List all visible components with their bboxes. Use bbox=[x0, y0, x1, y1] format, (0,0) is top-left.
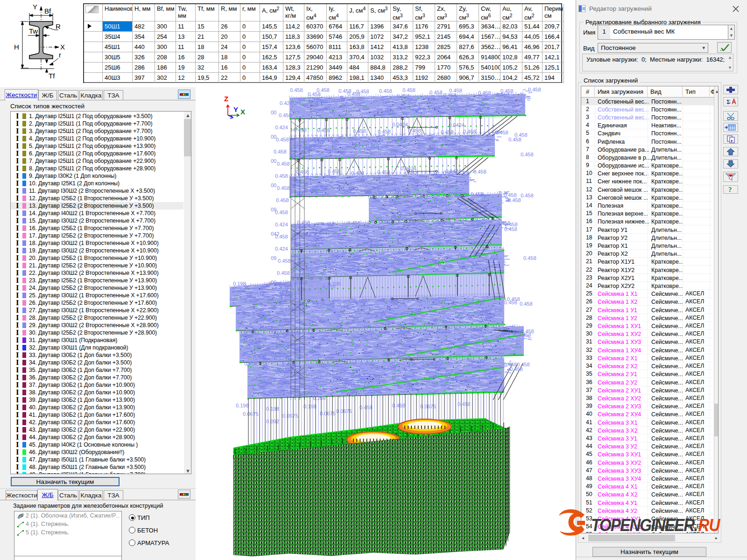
svg-text:0.458: 0.458 bbox=[479, 207, 492, 213]
svg-text:0.458: 0.458 bbox=[308, 91, 321, 97]
svg-text:0.458: 0.458 bbox=[489, 307, 502, 313]
svg-text:09: 09 bbox=[271, 377, 276, 382]
svg-text:R: R bbox=[56, 22, 61, 30]
svg-text:00: 00 bbox=[271, 110, 276, 115]
svg-text:0.458: 0.458 bbox=[379, 88, 392, 94]
svg-text:0.198: 0.198 bbox=[233, 281, 246, 287]
svg-text:Y: Y bbox=[233, 105, 238, 113]
svg-text:0.424: 0.424 bbox=[277, 367, 290, 373]
svg-text:0.0675: 0.0675 bbox=[320, 411, 336, 416]
svg-text:0.458: 0.458 bbox=[378, 187, 391, 193]
svg-text:0.458: 0.458 bbox=[441, 129, 454, 135]
svg-text:0.458: 0.458 bbox=[401, 232, 414, 238]
svg-text:0.458: 0.458 bbox=[262, 389, 275, 395]
svg-text:0.458: 0.458 bbox=[276, 137, 289, 142]
svg-text:0.0424: 0.0424 bbox=[401, 166, 416, 171]
svg-text:0.458: 0.458 bbox=[322, 221, 335, 227]
svg-text:00: 00 bbox=[271, 182, 276, 188]
svg-text:0.458: 0.458 bbox=[244, 298, 257, 304]
svg-text:0.458: 0.458 bbox=[310, 100, 323, 106]
svg-text:0.0424: 0.0424 bbox=[392, 122, 408, 127]
svg-text:0.458: 0.458 bbox=[507, 102, 520, 108]
svg-text:0.458: 0.458 bbox=[521, 193, 534, 198]
svg-text:0.458: 0.458 bbox=[351, 170, 364, 176]
svg-text:0.458: 0.458 bbox=[297, 220, 310, 225]
svg-text:0.458: 0.458 bbox=[317, 363, 330, 369]
svg-text:0.458: 0.458 bbox=[275, 210, 288, 215]
svg-text:0.0675: 0.0675 bbox=[420, 404, 436, 409]
svg-text:0.458: 0.458 bbox=[360, 361, 373, 366]
svg-text:0.108: 0.108 bbox=[313, 395, 326, 401]
svg-text:0.458: 0.458 bbox=[312, 299, 325, 305]
svg-text:0.458: 0.458 bbox=[471, 191, 484, 197]
svg-text:0.458: 0.458 bbox=[528, 87, 541, 92]
svg-text:0.458: 0.458 bbox=[471, 222, 484, 227]
svg-text:?: ? bbox=[728, 186, 732, 193]
svg-text:0.458: 0.458 bbox=[253, 354, 266, 359]
svg-text:0.458: 0.458 bbox=[317, 127, 330, 133]
svg-text:0.458: 0.458 bbox=[382, 365, 395, 371]
svg-text:0.458: 0.458 bbox=[299, 143, 312, 149]
svg-text:0.458: 0.458 bbox=[430, 90, 443, 95]
svg-text:0.424: 0.424 bbox=[275, 222, 288, 227]
svg-text:0.458: 0.458 bbox=[510, 366, 523, 372]
svg-text:0.424: 0.424 bbox=[275, 246, 288, 252]
svg-text:0.458: 0.458 bbox=[398, 330, 411, 336]
svg-text:0.458: 0.458 bbox=[370, 314, 383, 319]
svg-text:00: 00 bbox=[271, 280, 276, 285]
svg-text:0.458: 0.458 bbox=[390, 261, 403, 266]
svg-text:0.458: 0.458 bbox=[444, 92, 457, 98]
svg-text:0.458: 0.458 bbox=[353, 128, 366, 134]
svg-text:0.424: 0.424 bbox=[280, 100, 293, 106]
svg-text:0.458: 0.458 bbox=[244, 361, 257, 366]
svg-text:0.458: 0.458 bbox=[402, 87, 416, 93]
svg-text:0.458: 0.458 bbox=[427, 300, 440, 305]
svg-text:09: 09 bbox=[271, 328, 276, 334]
svg-text:042: 042 bbox=[271, 352, 279, 358]
svg-text:0.458: 0.458 bbox=[504, 226, 517, 232]
svg-text:0.458: 0.458 bbox=[252, 312, 265, 318]
svg-text:0.458: 0.458 bbox=[278, 258, 291, 264]
svg-text:0.0424: 0.0424 bbox=[445, 168, 461, 174]
svg-text:Y: Y bbox=[33, 3, 37, 11]
svg-text:H: H bbox=[14, 43, 19, 51]
svg-text:0.458: 0.458 bbox=[279, 112, 292, 118]
svg-text:0.458: 0.458 bbox=[347, 220, 360, 226]
svg-text:0.458: 0.458 bbox=[478, 90, 491, 96]
svg-text:0.458: 0.458 bbox=[413, 142, 426, 148]
svg-text:0.0424: 0.0424 bbox=[458, 209, 474, 214]
svg-text:0.458: 0.458 bbox=[281, 292, 294, 297]
svg-text:Z: Z bbox=[224, 95, 228, 103]
svg-text:0.458: 0.458 bbox=[483, 371, 496, 376]
svg-text:0.458: 0.458 bbox=[473, 169, 486, 175]
svg-text:0.424: 0.424 bbox=[275, 125, 288, 130]
svg-text:0.458: 0.458 bbox=[279, 392, 292, 397]
svg-text:0.458: 0.458 bbox=[479, 329, 493, 335]
svg-text:0.0675: 0.0675 bbox=[243, 411, 259, 417]
svg-text:0.198: 0.198 bbox=[236, 403, 249, 408]
svg-text:0.458: 0.458 bbox=[521, 152, 534, 157]
svg-text:0.458: 0.458 bbox=[383, 198, 396, 203]
svg-text:0.458: 0.458 bbox=[408, 221, 421, 227]
svg-text:0.458: 0.458 bbox=[385, 349, 398, 354]
svg-text:0.458: 0.458 bbox=[434, 199, 447, 204]
svg-text:0.458: 0.458 bbox=[378, 129, 391, 134]
svg-text:0.458: 0.458 bbox=[523, 255, 536, 261]
svg-text:0.458: 0.458 bbox=[296, 169, 309, 175]
svg-text:r: r bbox=[59, 51, 61, 59]
svg-text:Tf: Tf bbox=[49, 72, 55, 80]
svg-text:0.458: 0.458 bbox=[328, 168, 341, 174]
svg-text:Tw: Tw bbox=[29, 27, 38, 35]
svg-text:0.458: 0.458 bbox=[463, 129, 476, 134]
svg-text:0.458: 0.458 bbox=[370, 242, 383, 248]
svg-text:0.458: 0.458 bbox=[486, 254, 499, 259]
svg-text:0.458: 0.458 bbox=[306, 266, 319, 272]
svg-text:09: 09 bbox=[271, 207, 276, 212]
svg-text:0.458: 0.458 bbox=[323, 284, 336, 289]
svg-text:0.458: 0.458 bbox=[485, 229, 498, 235]
svg-text:0.458: 0.458 bbox=[305, 188, 318, 194]
svg-text:0.458: 0.458 bbox=[455, 181, 468, 186]
svg-text:0.458: 0.458 bbox=[403, 100, 416, 105]
svg-text:0.458: 0.458 bbox=[430, 361, 443, 366]
svg-text:0.458: 0.458 bbox=[507, 296, 520, 302]
